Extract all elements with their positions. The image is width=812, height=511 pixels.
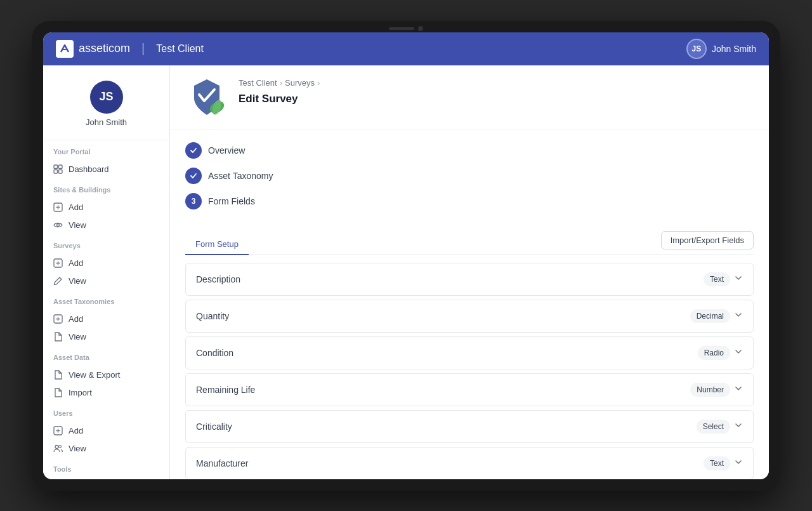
- svg-rect-1: [59, 165, 63, 169]
- doc-icon-export: [53, 370, 63, 380]
- field-name: Description: [196, 274, 240, 284]
- svg-rect-2: [54, 169, 58, 173]
- tab-form-setup[interactable]: Form Setup: [185, 234, 249, 255]
- breadcrumb-sep-1: ›: [280, 78, 282, 88]
- sidebar-profile: JS John Smith: [43, 76, 169, 140]
- step-circle-taxonomy: [185, 168, 202, 184]
- sidebar-item-surveys-add[interactable]: Add: [43, 255, 169, 272]
- step-circle-formfields: 3: [185, 193, 202, 209]
- section-label-sites: Sites & Buildings: [53, 186, 159, 194]
- sidebar-label-surveys-add: Add: [69, 258, 83, 268]
- sidebar-item-data-export[interactable]: View & Export: [43, 366, 169, 384]
- sidebar-label-surveys-view: View: [69, 276, 86, 286]
- field-name: Condition: [196, 348, 233, 358]
- section-your-portal: Your Portal: [43, 140, 169, 161]
- type-pill: Number: [690, 383, 730, 397]
- section-label-surveys: Surveys: [53, 242, 159, 249]
- logo-icon: [56, 40, 74, 58]
- breadcrumb-surveys[interactable]: Surveys: [285, 78, 315, 88]
- user-area[interactable]: JS John Smith: [686, 39, 756, 59]
- doc-icon-import: [53, 388, 63, 398]
- field-row[interactable]: Condition Radio: [185, 336, 754, 369]
- svg-rect-0: [54, 165, 58, 169]
- chevron-down-icon[interactable]: [734, 458, 743, 468]
- section-assetdata: Asset Data: [43, 346, 169, 366]
- steps-container: Overview Asset Taxonomy 3 Form Fields: [170, 129, 769, 231]
- user-name-top: John Smith: [712, 44, 756, 54]
- field-row[interactable]: Remaining Life Number: [185, 373, 754, 406]
- import-export-button[interactable]: Import/Export Fields: [661, 231, 754, 249]
- sidebar: JS John Smith Your Portal: [43, 65, 170, 479]
- step-label-taxonomy: Asset Taxonomy: [208, 171, 273, 181]
- view-icon-sites: [53, 220, 63, 230]
- content-area: Test Client › Surveys › Edit Survey: [170, 65, 769, 479]
- add-icon-users: [53, 426, 63, 436]
- breadcrumb: Test Client › Surveys ›: [239, 78, 754, 88]
- type-pill: Decimal: [690, 309, 730, 323]
- section-sites: Sites & Buildings: [43, 178, 169, 199]
- svg-point-9: [55, 445, 58, 448]
- field-name: Manufacturer: [196, 458, 248, 468]
- section-label-users: Users: [53, 409, 159, 417]
- edit-icon-surveys: [53, 276, 63, 286]
- chevron-down-icon[interactable]: [734, 384, 743, 395]
- divider: |: [141, 41, 145, 56]
- people-icon-users: [53, 444, 63, 454]
- chevron-down-icon[interactable]: [734, 347, 743, 358]
- section-taxonomies: Asset Taxonomies: [43, 290, 169, 310]
- sidebar-item-users-view[interactable]: View: [43, 440, 169, 458]
- field-name: Remaining Life: [196, 385, 255, 395]
- add-icon-surveys: [53, 258, 63, 269]
- content-header: Test Client › Surveys › Edit Survey: [170, 65, 769, 129]
- type-pill: Radio: [698, 346, 730, 360]
- sidebar-item-tax-view[interactable]: View: [43, 328, 169, 346]
- sidebar-username: John Smith: [86, 117, 127, 127]
- field-type-badge: Select: [697, 420, 743, 434]
- sidebar-item-sites-view[interactable]: View: [43, 216, 169, 234]
- field-row[interactable]: Criticality Select: [185, 410, 754, 443]
- breadcrumb-client[interactable]: Test Client: [239, 78, 277, 88]
- type-pill: Text: [704, 272, 730, 286]
- field-row[interactable]: Description Text: [185, 263, 754, 296]
- brand-logo-main: [185, 76, 228, 119]
- breadcrumb-sep-2: ›: [317, 78, 320, 88]
- top-bar: asseticom | Test Client JS John Smith: [43, 32, 769, 65]
- doc-icon-tax: [53, 332, 63, 342]
- field-row[interactable]: Quantity Decimal: [185, 300, 754, 333]
- field-type-badge: Text: [704, 456, 743, 470]
- add-icon-tax: [53, 314, 63, 324]
- sidebar-label-sites-view: View: [69, 220, 86, 230]
- chevron-down-icon[interactable]: [734, 310, 743, 321]
- chevron-down-icon[interactable]: [734, 421, 743, 432]
- fields-container: Description Text Quantity Decimal Condit…: [185, 263, 754, 479]
- section-surveys: Surveys: [43, 234, 169, 255]
- section-label-portal: Your Portal: [53, 148, 159, 156]
- brand-logo: asseticom | Test Client: [56, 40, 204, 58]
- sidebar-item-tax-add[interactable]: Add: [43, 310, 169, 328]
- field-type-badge: Decimal: [690, 309, 743, 323]
- field-type-badge: Radio: [698, 346, 743, 360]
- section-label-taxonomies: Asset Taxonomies: [53, 298, 159, 305]
- sidebar-item-data-import[interactable]: Import: [43, 384, 169, 402]
- chevron-down-icon[interactable]: [734, 274, 743, 284]
- step-taxonomy: Asset Taxonomy: [185, 168, 754, 184]
- svg-point-5: [57, 223, 60, 226]
- sidebar-item-users-add[interactable]: Add: [43, 422, 169, 440]
- add-icon-sites: [53, 202, 63, 213]
- sidebar-label-sites-add: Add: [69, 202, 83, 212]
- step-label-formfields: Form Fields: [208, 196, 255, 206]
- sidebar-label-data-import: Import: [69, 388, 92, 397]
- form-toolbar: Form Setup Import/Export Fields: [185, 231, 754, 255]
- sidebar-item-dashboard[interactable]: Dashboard: [43, 161, 169, 178]
- sidebar-item-sites-add[interactable]: Add: [43, 199, 169, 216]
- field-row[interactable]: Manufacturer Text: [185, 447, 754, 479]
- field-name: Criticality: [196, 421, 232, 432]
- client-name: Test Client: [156, 43, 204, 55]
- step-formfields: 3 Form Fields: [185, 193, 754, 209]
- section-tools: Tools: [43, 458, 169, 478]
- sidebar-label-dashboard: Dashboard: [69, 164, 109, 174]
- brand-name: asseticom: [79, 42, 130, 55]
- step-label-overview: Overview: [208, 145, 245, 156]
- header-right: Test Client › Surveys › Edit Survey: [239, 76, 754, 105]
- sidebar-item-surveys-view[interactable]: View: [43, 272, 169, 290]
